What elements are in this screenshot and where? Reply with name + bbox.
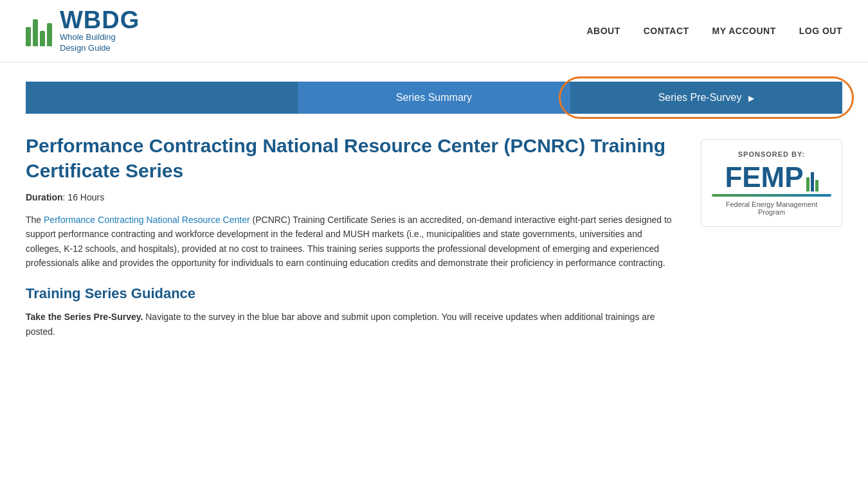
logo-wbdg-text: WBDG <box>60 8 140 32</box>
content-left: Performance Contracting National Resourc… <box>26 133 675 339</box>
description: The Performance Contracting National Res… <box>26 213 675 271</box>
logo-bar-2 <box>33 19 38 46</box>
main-nav: ABOUT CONTACT MY ACCOUNT LOG OUT <box>586 26 842 36</box>
logo-bar-1 <box>26 27 31 46</box>
logo-subtitle: Whole Building Design Guide <box>60 32 140 54</box>
femp-name: FEMP <box>725 163 803 191</box>
header: WBDG Whole Building Design Guide ABOUT C… <box>0 0 868 62</box>
pcnrc-link[interactable]: Performance Contracting National Resourc… <box>44 215 250 225</box>
tab-series-pre-survey[interactable]: Series Pre-Survey ▶ <box>570 82 842 114</box>
duration-value: : 16 Hours <box>63 192 105 202</box>
page-title: Performance Contracting National Resourc… <box>26 133 675 183</box>
tab-series-summary[interactable]: Series Summary <box>298 82 570 114</box>
logo-bar-4 <box>47 23 52 46</box>
femp-bar-2 <box>811 172 814 191</box>
wbdg-logo-icon <box>26 15 52 46</box>
main-content: Performance Contracting National Resourc… <box>0 114 868 358</box>
tab-bar: Series Summary Series Pre-Survey ▶ <box>26 82 842 114</box>
duration-line: Duration: 16 Hours <box>26 192 675 202</box>
logo-bar-3 <box>40 31 45 46</box>
tab-arrow-icon: ▶ <box>748 94 754 103</box>
femp-road-graphic <box>712 194 831 197</box>
femp-bar-1 <box>806 177 809 191</box>
guidance-bold: Take the Series Pre-Survey. <box>26 312 143 322</box>
femp-subtitle: Federal Energy Management Program <box>712 200 831 216</box>
femp-building-icon <box>806 172 818 191</box>
femp-bar-3 <box>815 180 818 191</box>
nav-contact[interactable]: CONTACT <box>644 26 689 36</box>
femp-text: FEMP <box>725 163 818 191</box>
sponsor-label: SPONSORED BY: <box>712 150 831 158</box>
guidance-text: Take the Series Pre-Survey. Navigate to … <box>26 310 675 339</box>
nav-my-account[interactable]: MY ACCOUNT <box>712 26 776 36</box>
logo-text: WBDG Whole Building Design Guide <box>60 8 140 54</box>
logo-area: WBDG Whole Building Design Guide <box>26 8 140 54</box>
tab-spacer <box>26 82 298 114</box>
duration-label: Duration <box>26 192 63 202</box>
femp-logo: FEMP Federal Energy Management Program <box>712 163 831 216</box>
sponsor-box: SPONSORED BY: FEMP Federal Energy Manage… <box>701 139 842 227</box>
nav-log-out[interactable]: LOG OUT <box>799 26 842 36</box>
training-guidance-title: Training Series Guidance <box>26 285 675 302</box>
nav-about[interactable]: ABOUT <box>586 26 620 36</box>
